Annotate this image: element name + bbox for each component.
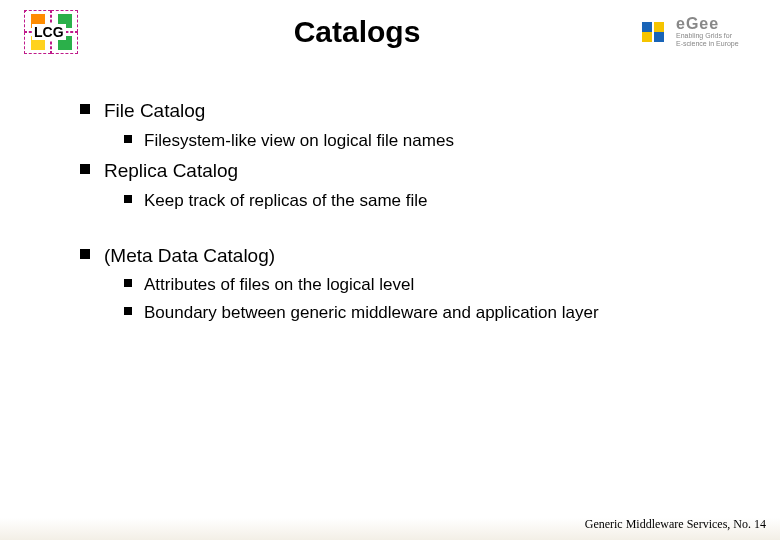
bullet-text: File Catalog	[104, 98, 205, 125]
square-bullet-icon	[80, 104, 90, 114]
bullet-text: Attributes of files on the logical level	[144, 273, 414, 297]
lcg-logo: LCG	[24, 10, 78, 54]
slide-header: LCG Catalogs eGee Enabling Grids for E-s…	[0, 0, 780, 62]
slide-footer: Generic Middleware Services, No. 14	[585, 517, 766, 532]
bullet-level2: Filesystem-like view on logical file nam…	[124, 129, 720, 153]
bullet-text: (Meta Data Catalog)	[104, 243, 275, 270]
egee-brand: eGee	[676, 16, 739, 32]
egee-tagline-2: E-science in Europe	[676, 40, 739, 48]
egee-logo-icon	[636, 15, 670, 49]
lcg-label: LCG	[32, 24, 66, 40]
bullet-level2: Attributes of files on the logical level	[124, 273, 720, 297]
slide-body: File Catalog Filesystem-like view on log…	[0, 62, 780, 325]
bullet-level1: (Meta Data Catalog)	[80, 243, 720, 270]
bullet-level2: Boundary between generic middleware and …	[124, 301, 720, 325]
square-bullet-icon	[124, 307, 132, 315]
square-bullet-icon	[124, 195, 132, 203]
bullet-level2: Keep track of replicas of the same file	[124, 189, 720, 213]
bullet-text: Keep track of replicas of the same file	[144, 189, 427, 213]
bullet-level1: File Catalog	[80, 98, 720, 125]
egee-logo: eGee Enabling Grids for E-science in Eur…	[636, 15, 756, 49]
square-bullet-icon	[124, 279, 132, 287]
bullet-text: Filesystem-like view on logical file nam…	[144, 129, 454, 153]
bullet-text: Replica Catalog	[104, 158, 238, 185]
square-bullet-icon	[80, 249, 90, 259]
square-bullet-icon	[124, 135, 132, 143]
square-bullet-icon	[80, 164, 90, 174]
bullet-text: Boundary between generic middleware and …	[144, 301, 599, 325]
egee-tagline-1: Enabling Grids for	[676, 32, 739, 40]
bullet-level1: Replica Catalog	[80, 158, 720, 185]
slide-title: Catalogs	[78, 15, 636, 49]
